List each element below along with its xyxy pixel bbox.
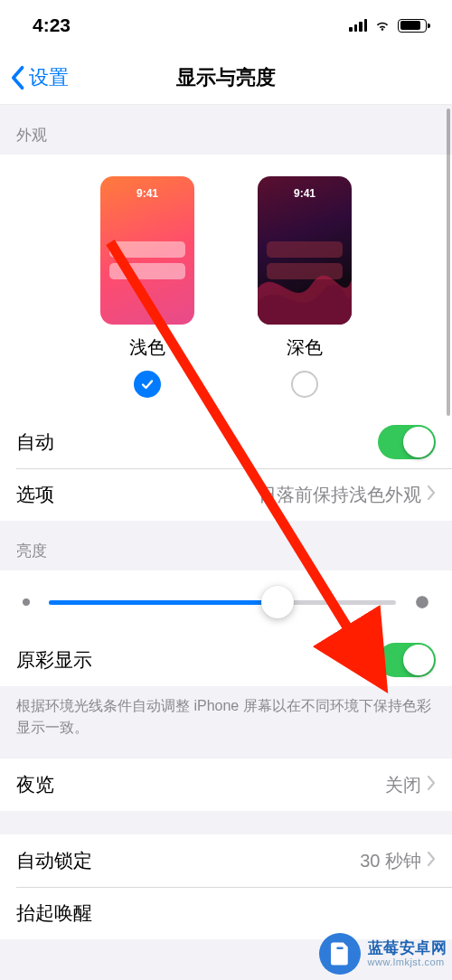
auto-lock-label: 自动锁定 [16,848,92,873]
preview-time: 9:41 [258,187,352,200]
night-shift-value: 关闭 [385,773,436,797]
true-tone-toggle[interactable] [378,643,436,677]
watermark-url: www.lmkjst.com [368,956,447,968]
row-auto: 自动 [0,416,452,468]
auto-lock-value: 30 秒钟 [360,849,436,873]
auto-group: 自动 选项 日落前保持浅色外观 [0,416,452,521]
row-true-tone: 原彩显示 [0,634,452,686]
light-preview-thumb: 9:41 [100,176,194,325]
section-header-appearance: 外观 [0,105,452,155]
night-shift-group: 夜览 关闭 [0,759,452,811]
brightness-high-icon [409,589,436,616]
appearance-option-light[interactable]: 9:41 浅色 [100,176,194,398]
lock-group: 自动锁定 30 秒钟 抬起唤醒 [0,834,452,939]
watermark: 蓝莓安卓网 www.lmkjst.com [319,933,447,975]
svg-rect-19 [336,947,344,950]
svg-line-16 [413,608,416,611]
appearance-group: 9:41 浅色 9:41 深色 [0,155,452,416]
status-bar: 4:23 [0,0,452,51]
svg-point-0 [23,598,29,605]
brightness-low-icon [16,592,36,612]
true-tone-note: 根据环境光线条件自动调整 iPhone 屏幕以在不同环境下保持色彩显示一致。 [0,686,452,759]
options-label: 选项 [16,482,54,507]
svg-line-8 [31,596,33,598]
svg-line-17 [428,593,431,596]
light-radio[interactable] [134,371,161,398]
auto-toggle[interactable] [378,425,436,459]
status-time: 4:23 [33,14,71,36]
svg-line-6 [31,607,33,608]
row-auto-lock[interactable]: 自动锁定 30 秒钟 [0,834,452,887]
raise-to-wake-label: 抬起唤醒 [16,900,92,926]
svg-line-15 [428,608,431,611]
dark-label: 深色 [287,335,323,360]
chevron-right-icon [427,775,436,796]
row-options[interactable]: 选项 日落前保持浅色外观 [0,468,452,521]
brightness-group: 原彩显示 [0,570,452,686]
wifi-icon [373,16,391,34]
section-header-brightness: 亮度 [0,521,452,570]
nav-bar: 设置 显示与亮度 [0,51,452,105]
svg-point-9 [417,597,428,608]
night-shift-label: 夜览 [16,772,54,797]
auto-label: 自动 [16,429,54,455]
appearance-previews: 9:41 浅色 9:41 深色 [0,176,452,398]
chevron-right-icon [427,485,436,505]
brightness-slider-row [0,570,452,634]
status-indicators [349,16,427,34]
cellular-signal-icon [349,19,367,32]
scrollbar[interactable] [447,108,450,416]
watermark-title: 蓝莓安卓网 [368,939,447,957]
row-night-shift[interactable]: 夜览 关闭 [0,759,452,811]
back-label: 设置 [29,64,69,91]
chevron-right-icon [427,851,436,872]
row-raise-to-wake: 抬起唤醒 [0,887,452,939]
back-button[interactable]: 设置 [0,64,69,91]
svg-line-14 [413,593,416,596]
appearance-option-dark[interactable]: 9:41 深色 [258,176,352,398]
svg-line-5 [20,596,22,598]
watermark-logo-icon [319,933,361,975]
dark-preview-thumb: 9:41 [258,176,352,325]
brightness-slider[interactable] [49,600,396,605]
options-value: 日落前保持浅色外观 [259,483,436,507]
true-tone-label: 原彩显示 [16,647,92,673]
light-label: 浅色 [129,335,165,360]
svg-line-7 [20,607,22,608]
dark-radio[interactable] [291,371,318,398]
battery-icon [398,19,427,33]
content-scroll[interactable]: 外观 9:41 浅色 9:41 深色 [0,105,452,980]
preview-time: 9:41 [100,187,194,200]
